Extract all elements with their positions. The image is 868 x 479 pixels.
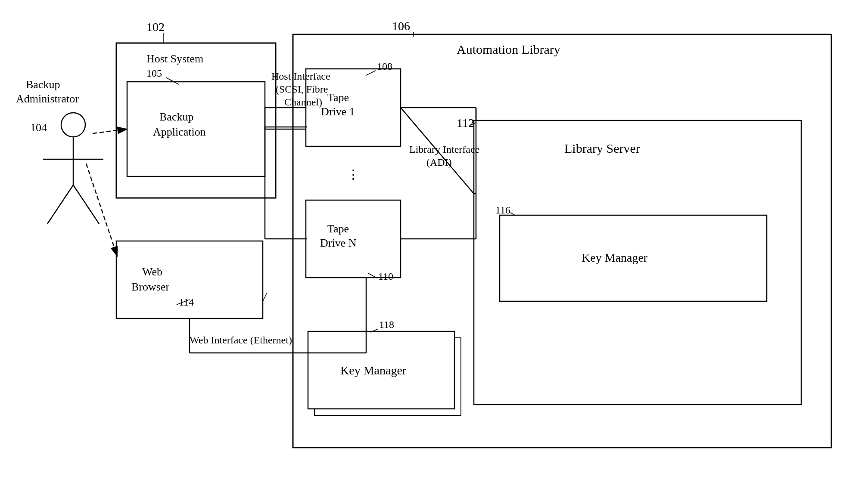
web-browser-label-1: Web — [142, 266, 162, 278]
backup-admin-label-2: Administrator — [16, 93, 79, 105]
stick-figure-head — [61, 113, 85, 137]
stick-figure-left-leg — [47, 185, 73, 224]
diagram-svg: Automation Library 106 102 Host System 1… — [0, 0, 868, 479]
ref-105: 105 — [146, 68, 162, 79]
key-manager-116-label: Key Manager — [582, 251, 648, 264]
svg-line-4 — [366, 71, 376, 75]
tape-drive-1-label-1: Tape — [327, 91, 349, 104]
ref-108: 108 — [377, 61, 392, 72]
ellipsis-dots: ⋮ — [347, 167, 360, 181]
host-interface-label-3: Channel) — [284, 96, 322, 108]
tape-drive-1-label-2: Drive 1 — [321, 105, 355, 118]
svg-line-2 — [166, 77, 179, 84]
backup-admin-label-1: Backup — [26, 78, 60, 91]
ref-114: 114 — [179, 297, 194, 308]
key-manager-118-label: Key Manager — [340, 364, 407, 377]
tape-drive-n-label-1: Tape — [327, 223, 349, 235]
backup-application-label-2: Application — [153, 126, 206, 138]
diagram-container: Automation Library 106 102 Host System 1… — [0, 0, 868, 479]
library-interface-label-1: Library Interface — [409, 144, 479, 155]
ref-116: 116 — [495, 204, 510, 216]
host-interface-label-1: Host Interface — [271, 71, 330, 82]
web-interface-label: Web Interface (Ethernet) — [190, 334, 292, 346]
backup-application-label-1: Backup — [159, 111, 193, 123]
ref-106: 106 — [392, 19, 410, 33]
host-system-box — [116, 43, 276, 198]
ref-112: 112 — [457, 116, 474, 130]
ref-104: 104 — [30, 121, 47, 134]
ref-118: 118 — [379, 319, 394, 330]
library-interface-label-2: (ADI) — [426, 157, 452, 168]
host-interface-label-2: (SCSI, Fibre — [276, 83, 328, 95]
web-browser-label-2: Browser — [131, 281, 169, 293]
svg-line-15 — [263, 293, 267, 301]
ref-102: 102 — [146, 20, 165, 34]
conn-admin-webbrowser — [86, 164, 117, 256]
automation-library-label: Automation Library — [457, 42, 560, 56]
host-system-label: Host System — [146, 53, 203, 65]
tape-drive-n-label-2: Drive N — [320, 237, 357, 249]
ref-110: 110 — [378, 271, 393, 282]
library-server-label: Library Server — [564, 141, 640, 155]
conn-admin-backup-app — [93, 129, 127, 133]
